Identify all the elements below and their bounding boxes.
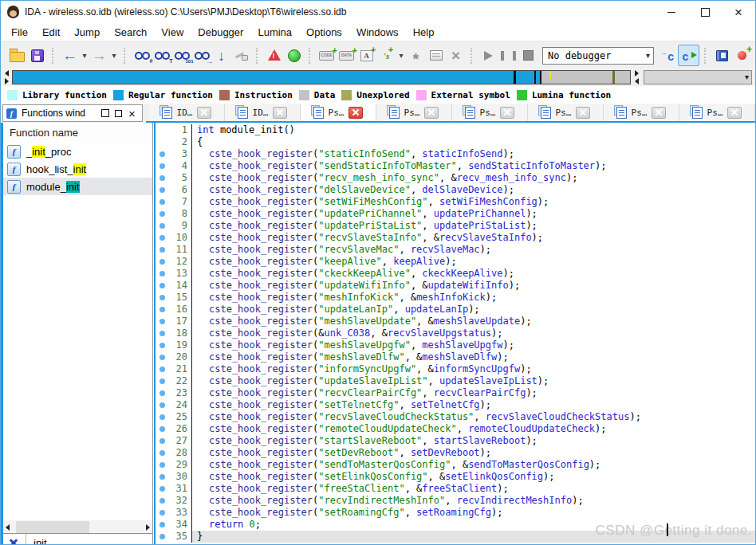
- make-struct-icon[interactable]: 's: [376, 45, 396, 65]
- breakpoint-dot[interactable]: [159, 498, 165, 504]
- tab-3-active[interactable]: Ps…: [301, 104, 376, 121]
- breakpoint-column[interactable]: [156, 411, 169, 423]
- attach-process-icon[interactable]: [658, 45, 678, 65]
- search-binary-icon[interactable]: 101: [171, 45, 191, 65]
- make-data-icon[interactable]: DATA: [337, 45, 356, 65]
- quick-debug-icon[interactable]: [678, 45, 699, 66]
- sign-function-icon[interactable]: [231, 45, 251, 65]
- tab-2[interactable]: ID…: [225, 104, 301, 121]
- breakpoint-dot[interactable]: [159, 474, 165, 480]
- breakpoint-column[interactable]: [156, 471, 169, 483]
- breakpoint-column[interactable]: [156, 339, 169, 351]
- breakpoint-dot[interactable]: [159, 522, 165, 527]
- search-number-icon[interactable]: #: [132, 45, 152, 65]
- breakpoint-column[interactable]: [156, 148, 169, 160]
- breakpoint-dot[interactable]: [159, 438, 165, 444]
- breakpoint-dot[interactable]: [159, 331, 165, 336]
- breakpoint-dot[interactable]: [159, 247, 165, 253]
- patch-icon[interactable]: [406, 45, 426, 65]
- breakpoint-column[interactable]: [156, 519, 169, 531]
- navigator-band[interactable]: [12, 70, 631, 84]
- function-list-item[interactable]: module_init: [3, 178, 152, 195]
- nav-back-drop-icon[interactable]: [80, 45, 89, 65]
- auto-analysis-icon[interactable]: [284, 45, 304, 65]
- breakpoint-dot[interactable]: [159, 426, 165, 432]
- breakpoint-dot[interactable]: [159, 295, 165, 300]
- breakpoint-column[interactable]: [156, 256, 169, 268]
- menu-edit[interactable]: Edit: [35, 25, 67, 40]
- breakpoint-dot[interactable]: [159, 462, 165, 468]
- edit-function-icon[interactable]: [426, 45, 446, 65]
- breakpoint-column[interactable]: [156, 172, 169, 184]
- breakpoint-column[interactable]: [156, 268, 169, 280]
- tab-6[interactable]: Ps…: [528, 104, 604, 121]
- breakpoint-dot[interactable]: [159, 367, 165, 372]
- breakpoint-dot[interactable]: [159, 402, 165, 408]
- breakpoint-dot[interactable]: [159, 319, 165, 324]
- breakpoint-column[interactable]: [156, 459, 169, 471]
- breakpoint-add-icon[interactable]: [732, 45, 752, 65]
- breakpoint-column[interactable]: [156, 280, 169, 292]
- breakpoint-dot[interactable]: [159, 283, 165, 288]
- filter-row[interactable]: init: [3, 533, 152, 544]
- breakpoint-dot[interactable]: [159, 187, 165, 193]
- panel-float-icon[interactable]: [112, 107, 125, 120]
- tab-4[interactable]: Ps…: [376, 104, 452, 121]
- breakpoint-dot[interactable]: [159, 211, 165, 217]
- scroll-left-icon[interactable]: [6, 524, 10, 531]
- filter-text[interactable]: init: [33, 537, 47, 545]
- breakpoint-dot[interactable]: [159, 390, 165, 396]
- breakpoint-delete-icon[interactable]: [752, 45, 756, 65]
- tab-7[interactable]: Ps…: [604, 104, 679, 121]
- breakpoint-dot[interactable]: [159, 378, 165, 384]
- save-icon[interactable]: [27, 45, 47, 65]
- menu-search[interactable]: Search: [107, 25, 154, 40]
- breakpoint-dot[interactable]: [159, 199, 165, 205]
- breakpoint-dot[interactable]: [159, 259, 165, 265]
- navigator-range-select[interactable]: [644, 70, 752, 84]
- tab-8[interactable]: Ps…: [679, 104, 755, 121]
- search-text-icon[interactable]: T: [152, 45, 171, 65]
- menu-file[interactable]: File: [4, 25, 35, 40]
- delete-function-icon[interactable]: [446, 45, 466, 65]
- function-list-item[interactable]: hook_list_init: [3, 160, 152, 178]
- breakpoint-column[interactable]: [156, 136, 169, 148]
- breakpoint-column[interactable]: [156, 495, 169, 507]
- jump-address-icon[interactable]: [211, 45, 231, 65]
- breakpoint-dot[interactable]: [159, 414, 165, 420]
- pseudocode-panel[interactable]: 1int module_init()2{3cste_hook_register(…: [154, 123, 755, 544]
- scroll-right-icon[interactable]: [146, 524, 150, 531]
- breakpoint-column[interactable]: [156, 507, 169, 519]
- docs-icon[interactable]: [712, 45, 732, 65]
- breakpoint-column[interactable]: [156, 196, 169, 208]
- breakpoint-dot[interactable]: [159, 163, 165, 169]
- tab-close-icon[interactable]: [576, 107, 590, 119]
- struct-drop-icon[interactable]: [396, 45, 406, 65]
- tab-close-icon[interactable]: [652, 107, 666, 119]
- breakpoint-column[interactable]: [156, 244, 169, 256]
- menu-options[interactable]: Options: [299, 25, 349, 40]
- breakpoint-dot[interactable]: [159, 235, 165, 241]
- nav-back-icon[interactable]: [60, 45, 80, 65]
- open-file-icon[interactable]: [7, 45, 27, 65]
- breakpoint-column[interactable]: [156, 423, 169, 435]
- horizontal-scrollbar[interactable]: [3, 520, 152, 534]
- tab-close-icon[interactable]: [424, 107, 439, 119]
- breakpoint-dot[interactable]: [159, 510, 165, 516]
- debug-pause-icon[interactable]: [498, 45, 518, 65]
- problems-icon[interactable]: [264, 45, 284, 65]
- breakpoint-column[interactable]: [156, 363, 169, 375]
- navigator-scroll-right[interactable]: [632, 70, 641, 84]
- breakpoint-dot[interactable]: [159, 486, 165, 492]
- tab-close-icon[interactable]: [500, 107, 514, 119]
- breakpoint-dot[interactable]: [159, 151, 165, 157]
- menu-lumina[interactable]: Lumina: [250, 25, 299, 40]
- function-list-item[interactable]: _init_proc: [3, 143, 152, 160]
- breakpoint-dot[interactable]: [159, 355, 165, 360]
- menu-jump[interactable]: Jump: [67, 25, 107, 40]
- menu-windows[interactable]: Windows: [349, 25, 406, 40]
- tab-close-icon[interactable]: [273, 107, 287, 119]
- breakpoint-column[interactable]: [156, 184, 169, 196]
- debugger-select[interactable]: No debugger: [542, 47, 654, 65]
- breakpoint-column[interactable]: [156, 304, 169, 316]
